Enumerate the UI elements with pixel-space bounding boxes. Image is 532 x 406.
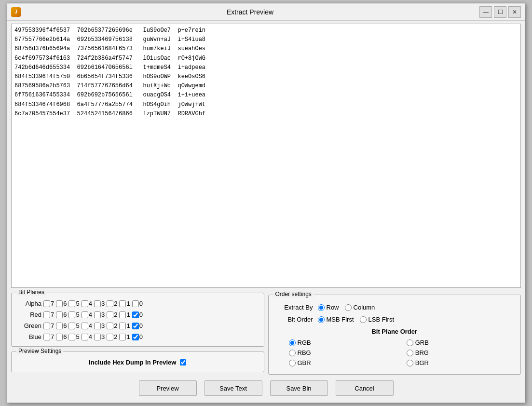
- checkbox-alpha-5[interactable]: [68, 300, 75, 307]
- bit-row-label-blue: Blue: [17, 333, 41, 340]
- bit-order-row: Bit Order MSB First LSB First: [274, 316, 515, 323]
- bit-item-blue-6: 6: [56, 333, 67, 340]
- bit-item-alpha-7: 7: [43, 300, 54, 307]
- bit-item-blue-7: 7: [43, 333, 54, 340]
- checkbox-green-3[interactable]: [94, 323, 101, 329]
- checkbox-green-7[interactable]: [43, 323, 50, 329]
- preview-line: 742b6d646d655334 692b61647065656l t+mdme…: [14, 63, 518, 72]
- titlebar-controls: — ☐ ✕: [479, 6, 521, 18]
- bit-item-green-0: 0: [132, 322, 143, 329]
- bpo-label-grb: GRB: [415, 339, 429, 346]
- checkbox-green-2[interactable]: [107, 323, 113, 329]
- checkbox-blue-7[interactable]: [43, 334, 50, 340]
- hex-dump-checkbox[interactable]: [180, 359, 186, 365]
- column-radio[interactable]: [345, 304, 352, 311]
- checkbox-alpha-0[interactable]: [132, 300, 139, 307]
- checkbox-blue-6[interactable]: [56, 334, 63, 340]
- checkbox-alpha-4[interactable]: [82, 300, 88, 307]
- close-button[interactable]: ✕: [508, 6, 521, 18]
- checkbox-label-red-3: 3: [101, 311, 105, 318]
- checkbox-red-7[interactable]: [43, 311, 50, 318]
- bpo-radio-gbr[interactable]: [289, 360, 296, 366]
- bpo-radio-brg[interactable]: [407, 350, 413, 356]
- preview-button[interactable]: Preview: [139, 380, 197, 396]
- bit-item-red-5: 5: [68, 311, 79, 318]
- checkbox-blue-1[interactable]: [119, 334, 126, 340]
- preview-line: 6f75616367455334 692b692b7565656l ouacgO…: [14, 91, 518, 100]
- checkbox-red-1[interactable]: [119, 311, 126, 318]
- checkbox-label-red-7: 7: [51, 311, 54, 318]
- checkbox-label-alpha-6: 6: [63, 300, 67, 307]
- bit-item-green-6: 6: [56, 322, 67, 329]
- bpo-radio-rgb[interactable]: [289, 339, 296, 346]
- checkbox-alpha-2[interactable]: [107, 300, 113, 307]
- preview-area[interactable]: 497553396f4f6537 702b65377265696e IuS9oO…: [11, 24, 521, 288]
- msb-first-radio-item: MSB First: [318, 316, 354, 323]
- checkbox-green-5[interactable]: [68, 323, 75, 329]
- order-settings-title: Order settings: [273, 291, 314, 298]
- checkbox-blue-4[interactable]: [82, 334, 88, 340]
- checkbox-label-blue-3: 3: [101, 333, 105, 340]
- bit-item-green-3: 3: [94, 322, 105, 329]
- checkbox-label-blue-0: 0: [139, 333, 143, 340]
- bit-item-red-6: 6: [56, 311, 67, 318]
- bit-item-green-2: 2: [107, 322, 117, 329]
- checkbox-red-3[interactable]: [94, 311, 101, 318]
- extract-by-radio-group: Row Column: [318, 304, 375, 311]
- extract-by-label: Extract By: [274, 304, 313, 311]
- checkbox-green-6[interactable]: [56, 323, 63, 329]
- minimize-button[interactable]: —: [479, 6, 492, 18]
- checkbox-green-0[interactable]: [132, 323, 139, 329]
- preview-line: 497553396f4f6537 702b65377265696e IuS9oO…: [14, 26, 518, 35]
- cancel-button[interactable]: Cancel: [336, 380, 394, 396]
- checkbox-alpha-1[interactable]: [119, 300, 126, 307]
- checkbox-alpha-7[interactable]: [43, 300, 50, 307]
- bpo-item-gbr: GBR: [289, 359, 397, 366]
- checkbox-red-2[interactable]: [107, 311, 113, 318]
- preview-line: 684f5334674f6968 6a4f57776a2b5774 hOS4gO…: [14, 100, 518, 109]
- bpo-item-grb: GRB: [407, 339, 515, 346]
- checkbox-label-green-0: 0: [139, 322, 143, 329]
- checkbox-green-4[interactable]: [82, 323, 88, 329]
- bpo-radio-bgr[interactable]: [407, 360, 413, 366]
- checkbox-label-green-6: 6: [63, 322, 67, 329]
- save-bin-button[interactable]: Save Bin: [270, 380, 328, 396]
- checkbox-blue-3[interactable]: [94, 334, 101, 340]
- checkbox-red-6[interactable]: [56, 311, 63, 318]
- checkbox-label-blue-4: 4: [89, 333, 92, 340]
- bit-planes-group: Bit Planes Alpha76543210Red76543210Green…: [11, 293, 264, 347]
- save-text-button[interactable]: Save Text: [205, 380, 262, 396]
- checkbox-alpha-6[interactable]: [56, 300, 63, 307]
- checkbox-green-1[interactable]: [119, 323, 126, 329]
- checkbox-label-blue-1: 1: [126, 333, 130, 340]
- row-radio[interactable]: [318, 304, 325, 311]
- bpo-radio-rbg[interactable]: [289, 350, 296, 356]
- msb-first-radio[interactable]: [318, 316, 325, 323]
- bit-plane-order-title: Bit Plane Order: [274, 328, 515, 335]
- checkbox-label-blue-5: 5: [76, 333, 79, 340]
- checkbox-blue-0[interactable]: [132, 334, 139, 340]
- checkbox-blue-2[interactable]: [107, 334, 113, 340]
- checkbox-label-blue-6: 6: [63, 333, 67, 340]
- window-title: Extract Preview: [227, 8, 273, 16]
- bit-item-blue-4: 4: [82, 333, 92, 340]
- preview-line: 6c4f6975734f6163 724f2b386a4f5747 lOiusO…: [14, 54, 518, 63]
- panel-right: Order settings Extract By Row Col: [268, 293, 521, 373]
- bit-item-alpha-1: 1: [119, 300, 130, 307]
- checkbox-red-4[interactable]: [82, 311, 88, 318]
- checkbox-label-red-5: 5: [76, 311, 79, 318]
- bpo-label-brg: BRG: [415, 349, 429, 356]
- settings-area: Bit Planes Alpha76543210Red76543210Green…: [7, 290, 525, 376]
- bit-item-red-7: 7: [43, 311, 54, 318]
- bit-row-label-green: Green: [17, 322, 41, 329]
- bit-row-green: Green76543210: [17, 322, 258, 329]
- maximize-button[interactable]: ☐: [494, 6, 506, 18]
- checkbox-red-0[interactable]: [132, 311, 139, 318]
- lsb-first-radio[interactable]: [360, 316, 367, 323]
- checkbox-red-5[interactable]: [68, 311, 75, 318]
- bpo-radio-grb[interactable]: [407, 339, 413, 346]
- column-radio-item: Column: [345, 304, 375, 311]
- checkbox-alpha-3[interactable]: [94, 300, 101, 307]
- lsb-first-radio-item: LSB First: [360, 316, 394, 323]
- checkbox-blue-5[interactable]: [68, 334, 75, 340]
